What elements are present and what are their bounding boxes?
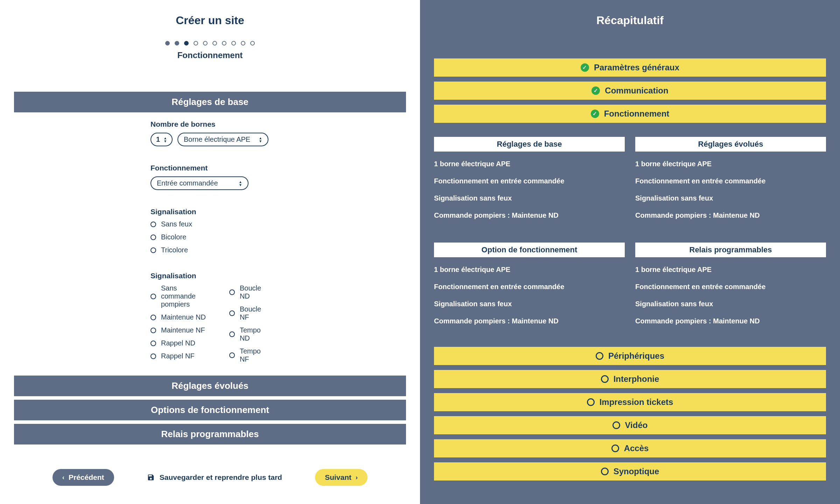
recap-grid: Réglages de base1 borne électrique APEFo… [434, 137, 826, 229]
check-icon: ✓ [592, 86, 600, 95]
step-dot[interactable] [241, 41, 245, 46]
recap-grid: Option de fonctionnement1 borne électriq… [434, 243, 826, 334]
recap-step-incomplete[interactable]: Synoptique [434, 462, 826, 481]
next-button[interactable]: Suivant › [315, 469, 368, 486]
radio-label: Tempo NF [240, 347, 270, 363]
radio-option[interactable]: Tempo ND [229, 326, 270, 342]
stepper-arrows-icon: ▲▼ [163, 136, 167, 143]
step-dot[interactable] [250, 41, 255, 46]
recap-item: Commande pompiers : Maintenue ND [434, 317, 625, 325]
circle-icon [611, 444, 619, 452]
recap-step-label: Paramètres généraux [594, 63, 679, 72]
recap-step-incomplete[interactable]: Vidéo [434, 416, 826, 434]
recap-step-label: Accès [624, 443, 649, 453]
recap-item: Commande pompiers : Maintenue ND [635, 317, 826, 325]
section-options[interactable]: Options de fonctionnement [14, 400, 406, 420]
step-dot[interactable] [222, 41, 226, 46]
step-dot[interactable] [184, 41, 189, 46]
circle-icon [601, 375, 609, 383]
recap-item: Signalisation sans feux [434, 194, 625, 202]
bornes-type-select[interactable]: Borne électrique APE ▲▼ [177, 133, 268, 146]
radio-option[interactable]: Boucle NF [229, 305, 270, 321]
radio-icon [229, 331, 235, 337]
check-icon: ✓ [591, 110, 599, 118]
recap-column-header: Réglages évolués [635, 137, 826, 152]
step-dot[interactable] [194, 41, 198, 46]
right-panel: Récapitulatif ✓Paramètres généraux✓Commu… [420, 0, 840, 504]
recap-item: Fonctionnement en entrée commandée [434, 177, 625, 185]
radio-option[interactable]: Tricolore [150, 246, 270, 254]
step-dot[interactable] [165, 41, 170, 46]
save-label: Sauvegarder et reprendre plus tard [160, 473, 282, 482]
recap-item: Fonctionnement en entrée commandée [434, 283, 625, 291]
radio-option[interactable]: Sans commande pompiers [150, 284, 208, 308]
recap-column-header: Réglages de base [434, 137, 625, 152]
recap-column: Option de fonctionnement1 borne électriq… [434, 243, 625, 334]
recap-item: Fonctionnement en entrée commandée [635, 283, 826, 291]
radio-icon [150, 341, 156, 346]
radio-option[interactable]: Boucle ND [229, 284, 270, 300]
recap-step-label: Périphériques [608, 351, 664, 361]
recap-item: 1 borne électrique APE [635, 266, 826, 274]
radio-option[interactable]: Rappel NF [150, 352, 208, 360]
recap-item: 1 borne électrique APE [635, 160, 826, 168]
step-dot[interactable] [175, 41, 179, 46]
recap-step-incomplete[interactable]: Impression tickets [434, 393, 826, 411]
recap-step-completed[interactable]: ✓Fonctionnement [434, 105, 826, 123]
recap-column: Relais programmables1 borne électrique A… [635, 243, 826, 334]
radio-option[interactable]: Maintenue ND [150, 313, 208, 321]
radio-label: Boucle ND [240, 284, 270, 300]
signalisation2-radios: Sans commande pompiersMaintenue NDMainte… [150, 284, 270, 363]
radio-option[interactable]: Bicolore [150, 233, 270, 241]
radio-label: Sans feux [161, 220, 192, 228]
section-relais[interactable]: Relais programmables [14, 424, 406, 444]
bornes-label: Nombre de bornes [150, 120, 270, 128]
recap-step-incomplete[interactable]: Périphériques [434, 347, 826, 365]
recap-column-header: Option de fonctionnement [434, 243, 625, 257]
recap-step-label: Vidéo [625, 420, 648, 430]
radio-label: Tempo ND [240, 326, 270, 342]
recap-step-completed[interactable]: ✓Communication [434, 82, 826, 100]
recap-step-label: Fonctionnement [604, 109, 670, 119]
recap-title: Récapitulatif [434, 14, 826, 27]
recap-item: Signalisation sans feux [434, 300, 625, 308]
radio-label: Rappel ND [161, 339, 195, 347]
fonctionnement-value: Entrée commandée [157, 179, 218, 187]
recap-column: Réglages évolués1 borne électrique APEFo… [635, 137, 826, 229]
prev-button[interactable]: ‹ Précédent [52, 469, 114, 486]
radio-option[interactable]: Rappel ND [150, 339, 208, 347]
recap-step-incomplete[interactable]: Accès [434, 439, 826, 457]
radio-icon [150, 315, 156, 320]
recap-item: Signalisation sans feux [635, 300, 826, 308]
save-button[interactable]: Sauvegarder et reprendre plus tard [147, 473, 282, 482]
radio-option[interactable]: Tempo NF [229, 347, 270, 363]
signalisation1-label: Signalisation [150, 208, 270, 216]
fonctionnement-select[interactable]: Entrée commandée ▲▼ [150, 176, 248, 190]
radio-option[interactable]: Maintenue NF [150, 326, 208, 334]
recap-step-completed[interactable]: ✓Paramètres généraux [434, 58, 826, 77]
form-area: Nombre de bornes 1 ▲▼ Borne électrique A… [14, 120, 406, 363]
radio-label: Sans commande pompiers [161, 284, 208, 308]
radio-icon [229, 352, 235, 358]
section-evolues[interactable]: Réglages évolués [14, 376, 406, 396]
signalisation2-label: Signalisation [150, 272, 270, 280]
step-dot[interactable] [203, 41, 208, 46]
radio-option[interactable]: Sans feux [150, 220, 270, 228]
recap-step-label: Communication [605, 86, 668, 96]
radio-icon [150, 354, 156, 359]
section-base[interactable]: Réglages de base [14, 92, 406, 112]
radio-label: Bicolore [161, 233, 186, 241]
recap-step-incomplete[interactable]: Interphonie [434, 370, 826, 388]
step-dot[interactable] [212, 41, 217, 46]
bornes-count-stepper[interactable]: 1 ▲▼ [150, 133, 173, 146]
circle-icon [596, 352, 603, 360]
recap-column: Réglages de base1 borne électrique APEFo… [434, 137, 625, 229]
radio-icon [229, 310, 235, 316]
check-icon: ✓ [581, 63, 589, 72]
radio-icon [229, 289, 235, 295]
recap-item: 1 borne électrique APE [434, 266, 625, 274]
recap-step-label: Impression tickets [600, 397, 673, 407]
step-dot[interactable] [231, 41, 236, 46]
radio-label: Maintenue ND [161, 313, 206, 321]
next-label: Suivant [325, 473, 351, 482]
